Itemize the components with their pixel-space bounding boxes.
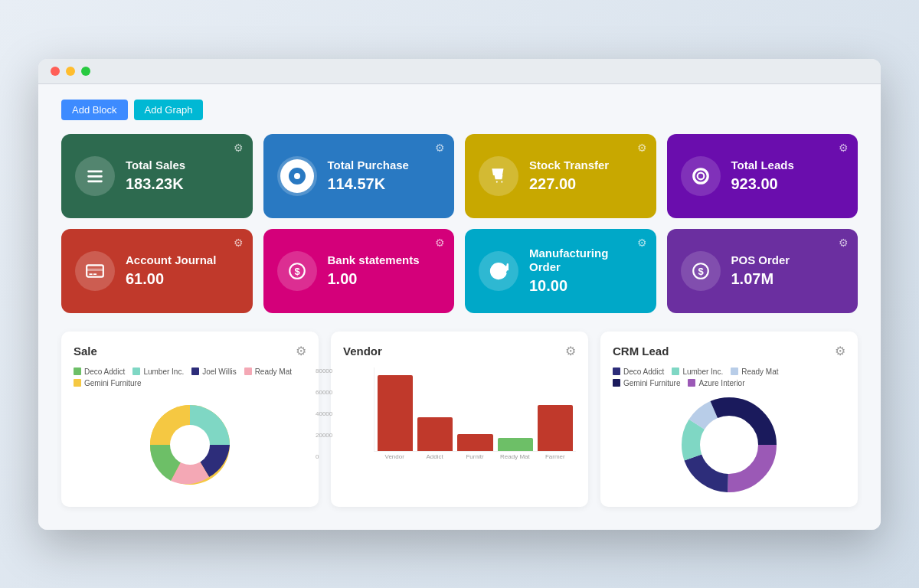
crm-chart-gear[interactable]: ⚙	[835, 344, 845, 358]
legend-item: Deco Addict	[74, 368, 125, 376]
eye-pupil	[289, 168, 306, 185]
legend-label: Ready Mat	[741, 368, 778, 376]
svg-text:$: $	[294, 266, 300, 277]
close-dot[interactable]	[51, 67, 60, 76]
card-value: 227.00	[529, 175, 609, 193]
card-text: Bank statements 1.00	[328, 253, 420, 288]
stock-transfer-card[interactable]: ⚙ Stock Transfer 227.00	[465, 134, 656, 218]
legend-label: Deco Addict	[84, 368, 125, 376]
bar-label: Addict	[417, 453, 452, 460]
donut-svg	[679, 395, 779, 495]
card-settings-icon[interactable]: ⚙	[435, 237, 445, 249]
main-content: Add Block Add Graph ⚙ Total Sales 183.23…	[38, 84, 881, 530]
card-icon-wrap	[75, 251, 115, 291]
card-settings-icon[interactable]: ⚙	[839, 142, 849, 154]
svg-text:$: $	[698, 266, 704, 277]
card-settings-icon[interactable]: ⚙	[637, 237, 647, 249]
card-settings-icon[interactable]: ⚙	[839, 237, 849, 249]
chart-header: Sale ⚙	[74, 344, 306, 358]
donut-chart	[613, 395, 845, 495]
svg-point-12	[170, 425, 210, 465]
add-graph-button[interactable]: Add Graph	[134, 100, 204, 120]
card-title: Account Journal	[126, 253, 216, 267]
legend-label: Ready Mat	[255, 368, 292, 376]
vendor-chart-card: Vendor ⚙ 80000 60000 40000 20000 0	[331, 332, 588, 507]
legend-item: Joel Willis	[191, 368, 236, 376]
total-purchase-card[interactable]: ⚙ Total Purchase 114.57K	[263, 134, 455, 218]
legend-item: Lumber Inc.	[132, 368, 184, 376]
card-value: 1.07M	[731, 270, 790, 288]
card-icon-wrap	[75, 156, 115, 196]
card-text: Manufacturing Order 10.00	[529, 247, 643, 295]
card-settings-icon[interactable]: ⚙	[234, 237, 244, 249]
card-value: 1.00	[328, 270, 420, 288]
y-label: 40000	[316, 410, 332, 417]
bar-label: Furnitr	[457, 453, 492, 460]
pos-order-card[interactable]: ⚙ $ POS Order 1.07M	[667, 229, 858, 313]
card-title: Bank statements	[328, 253, 420, 267]
card-icon-wrap	[479, 251, 518, 291]
sale-legend: Deco Addict Lumber Inc. Joel Willis Read…	[74, 368, 306, 387]
legend-label: Gemini Furniture	[623, 379, 680, 387]
card-text: Total Leads 923.00	[731, 158, 794, 193]
add-block-button[interactable]: Add Block	[61, 100, 128, 120]
bar	[498, 438, 533, 450]
maximize-dot[interactable]	[81, 67, 90, 76]
legend-dot	[191, 368, 199, 375]
legend-dot	[688, 379, 695, 387]
sale-chart-gear[interactable]: ⚙	[296, 344, 306, 358]
card-icon-wrap: $	[277, 251, 317, 291]
manufacturing-order-card[interactable]: ⚙ Manufacturing Order 10.00	[465, 229, 656, 313]
total-leads-card[interactable]: ⚙ Total Leads 923.00	[667, 134, 858, 218]
card-text: Stock Transfer 227.00	[529, 158, 609, 193]
bank-statements-card[interactable]: ⚙ $ Bank statements 1.00	[263, 229, 455, 313]
crm-legend: Deco Addict Lumber Inc. Ready Mat Gemini…	[613, 368, 845, 387]
gear-ring-icon	[691, 166, 711, 186]
card-title: Stock Transfer	[529, 158, 609, 172]
legend-dot	[74, 368, 81, 375]
bar	[538, 405, 573, 451]
svg-rect-1	[87, 175, 103, 177]
crm-chart-title: CRM Lead	[613, 345, 669, 358]
card-text: Account Journal 61.00	[126, 253, 216, 288]
vendor-chart-title: Vendor	[343, 345, 382, 358]
legend-item: Gemini Furniture	[613, 379, 680, 387]
charts-grid: Sale ⚙ Deco Addict Lumber Inc. Joel Will…	[61, 332, 858, 507]
y-axis-labels: 80000 60000 40000 20000 0	[316, 368, 332, 460]
card-icon-wrap: $	[681, 251, 721, 291]
legend-dot	[74, 379, 81, 387]
sale-chart-card: Sale ⚙ Deco Addict Lumber Inc. Joel Will…	[61, 332, 319, 507]
card-settings-icon[interactable]: ⚙	[234, 142, 244, 154]
card-title: Manufacturing Order	[529, 247, 643, 274]
card-title: POS Order	[731, 253, 790, 267]
card-settings-icon[interactable]: ⚙	[435, 142, 445, 154]
pie-svg	[140, 395, 240, 495]
card-icon-wrap	[479, 156, 518, 196]
eye-reflection	[294, 173, 300, 179]
card-settings-icon[interactable]: ⚙	[637, 142, 647, 154]
account-journal-card[interactable]: ⚙ Account Journal 61.00	[61, 229, 253, 313]
total-sales-card[interactable]: ⚙ Total Sales 183.23K	[61, 134, 253, 218]
svg-rect-2	[87, 180, 103, 182]
minimize-dot[interactable]	[66, 67, 75, 76]
legend-item: Ready Mat	[731, 368, 778, 376]
pos-dollar-icon: $	[691, 261, 711, 281]
card-title: Total Sales	[126, 158, 185, 172]
svg-rect-5	[89, 273, 92, 275]
legend-item: Lumber Inc.	[672, 368, 723, 376]
cart-icon	[489, 166, 509, 186]
legend-item: Gemini Furniture	[74, 379, 141, 387]
svg-rect-4	[87, 268, 103, 270]
vendor-chart-gear[interactable]: ⚙	[565, 344, 576, 358]
legend-label: Azure Interior	[698, 379, 744, 387]
y-label: 60000	[316, 389, 332, 396]
card-value: 10.00	[529, 277, 643, 295]
legend-dot	[244, 368, 252, 375]
legend-label: Joel Willis	[202, 368, 236, 376]
card-text: Total Sales 183.23K	[126, 158, 185, 193]
card-icon-wrap	[277, 156, 317, 196]
svg-rect-6	[93, 273, 96, 275]
card-value: 923.00	[731, 175, 794, 193]
bar	[378, 375, 413, 450]
legend-item: Azure Interior	[688, 379, 744, 387]
